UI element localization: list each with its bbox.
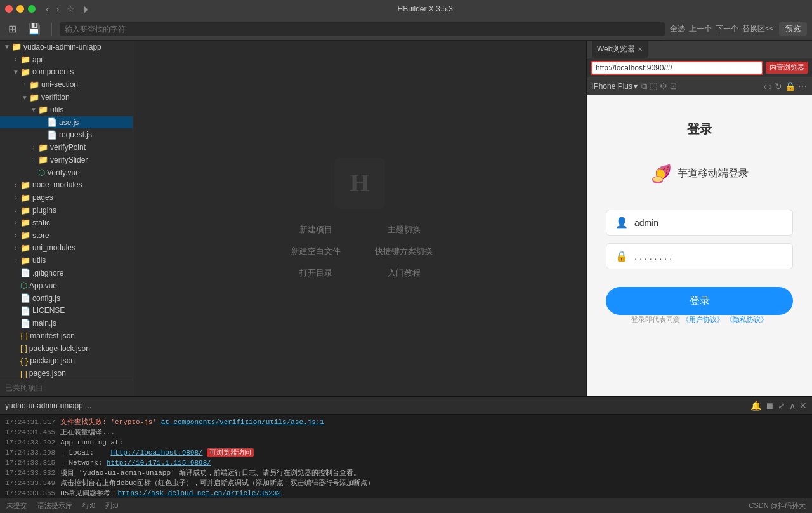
browser-tab-web[interactable]: Web浏览器 ✕	[592, 41, 648, 58]
save-icon[interactable]: 💾	[25, 22, 44, 36]
sidebar-item-utils-root[interactable]: › 📁 utils	[0, 254, 133, 267]
expand-icon[interactable]: ⊡	[670, 81, 677, 91]
folder-icon: 📁	[38, 155, 48, 164]
more-icon[interactable]: ⋯	[798, 81, 807, 91]
nav-back-button[interactable]: ‹	[43, 3, 51, 15]
login-button[interactable]: 登录	[606, 287, 793, 315]
quick-action-open-dir[interactable]: 打开目录	[287, 267, 344, 279]
project-root[interactable]: ▼ 📁 yudao-ui-admin-uniapp	[0, 41, 133, 53]
sidebar-item-manifest-json[interactable]: { } manifest.json	[0, 330, 133, 342]
phone-rotate-icon[interactable]: ⧉	[641, 81, 647, 91]
lock-icon[interactable]: 🔒	[785, 81, 796, 91]
run-button[interactable]: ⏵	[80, 3, 94, 15]
main-toolbar: ⊞ 💾 全选 上一个 下一个 替换区<< 预览	[0, 18, 812, 41]
browser-tab-close-icon[interactable]: ✕	[638, 46, 643, 53]
sidebar-item-uni-section[interactable]: › 📁 uni-section	[0, 78, 133, 91]
sidebar-item-verify-point[interactable]: › 📁 verifyPoint	[0, 141, 133, 154]
local-url-link[interactable]: http://localhost:9898/	[110, 449, 202, 456]
folder-icon: 📁	[29, 93, 39, 102]
stop-icon[interactable]: ⏹	[765, 401, 774, 411]
builtin-browser-button[interactable]: 内置浏览器	[766, 62, 808, 74]
closed-projects[interactable]: 已关闭项目	[0, 380, 133, 396]
search-input[interactable]	[60, 22, 665, 36]
expand-arrow: ›	[11, 244, 20, 251]
user-agreement-link[interactable]: 《用户协议》	[682, 316, 724, 323]
browser-nav-buttons: ‹ › ↻ 🔒 ⋯	[764, 81, 807, 91]
settings-icon[interactable]: ⚙	[660, 81, 667, 91]
sidebar-item-components[interactable]: ▼ 📁 components	[0, 66, 133, 79]
sidebar-item-gitignore[interactable]: 📄 .gitignore	[0, 267, 133, 279]
brand-emoji: 🍠	[650, 163, 672, 184]
reload-icon[interactable]: ↻	[775, 81, 782, 91]
username-input-row[interactable]: 👤 admin	[606, 210, 793, 236]
quick-actions: 新建项目 主题切换 新建空白文件 快捷键方案切换 打开目录 入门教程	[287, 224, 433, 279]
sidebar-item-plugins[interactable]: › 📁 plugins	[0, 204, 133, 217]
sidebar-item-node-modules[interactable]: › 📁 node_modules	[0, 179, 133, 192]
sidebar-item-license[interactable]: 📄 LICENSE	[0, 304, 133, 317]
sidebar-item-app-vue[interactable]: ⬡ App.vue	[0, 279, 133, 292]
sidebar-item-static[interactable]: › 📁 static	[0, 217, 133, 229]
password-input-row[interactable]: 🔒 ........	[606, 243, 793, 269]
bookmark-button[interactable]: ☆	[64, 3, 77, 15]
select-all-button[interactable]: 全选	[670, 23, 685, 34]
close-panel-icon[interactable]: ✕	[799, 401, 807, 411]
sidebar-item-store[interactable]: › 📁 store	[0, 229, 133, 242]
clean-console-icon[interactable]: 🔔	[750, 401, 761, 411]
console-link[interactable]: at components/verifition/utils/ase.js:1	[161, 418, 324, 426]
sidebar-item-verifition[interactable]: ▼ 📁 verifition	[0, 91, 133, 103]
collapse-up-icon[interactable]: ∧	[789, 401, 796, 411]
quick-action-new-project[interactable]: 新建项目	[287, 224, 344, 236]
toolbar-right: 全选 上一个 下一个 替换区<<	[670, 23, 774, 34]
expand-arrow: ›	[11, 232, 20, 239]
maximize-button[interactable]	[28, 5, 36, 13]
console-time: 17:24:31.465	[5, 427, 55, 437]
browser-device-bar: iPhone Plus ▾ ⧉ ⬚ ⚙ ⊡ ‹ › ↻ 🔒 ⋯	[587, 77, 812, 95]
device-selector[interactable]: iPhone Plus ▾	[592, 82, 638, 91]
tree-label: plugins	[32, 206, 56, 215]
privacy-policy-link[interactable]: 《隐私协议》	[726, 316, 768, 323]
folder-icon: 📁	[20, 55, 30, 64]
h5-faq-link[interactable]: https://ask.dcloud.net.cn/article/35232	[117, 490, 280, 497]
prev-button[interactable]: 上一个	[689, 23, 712, 34]
sidebar-item-ase-js[interactable]: 📄 ase.js	[0, 116, 133, 129]
nav-forward-button[interactable]: ›	[54, 3, 62, 15]
sidebar-item-api[interactable]: › 📁 api	[0, 53, 133, 66]
folder-icon: 📁	[38, 143, 48, 152]
quick-action-shortcut[interactable]: 快捷键方案切换	[375, 246, 433, 257]
console-time: 17:24:33.332	[5, 468, 55, 478]
sidebar-item-utils-nested[interactable]: ▼ 📁 utils	[0, 103, 133, 116]
sidebar-item-uni-modules[interactable]: › 📁 uni_modules	[0, 242, 133, 255]
fullscreen-icon[interactable]: ⤢	[778, 401, 785, 411]
folder-icon: 📁	[20, 180, 30, 190]
browser-toolbar: 内置浏览器	[587, 58, 812, 77]
login-form: 👤 admin 🔒 ........	[606, 210, 793, 269]
minimize-button[interactable]	[16, 5, 24, 13]
sidebar-item-verify-slider[interactable]: › 📁 verifySlider	[0, 154, 133, 166]
sidebar-item-pages-json[interactable]: [ ] pages.json	[0, 367, 133, 380]
console-msg-error: 文件查找失败: 'crypto-js' at components/verifi…	[60, 417, 324, 427]
nav-forward-browser-icon[interactable]: ›	[769, 81, 772, 91]
tree-label: utils	[50, 105, 63, 114]
quick-action-theme[interactable]: 主题切换	[375, 224, 433, 236]
sidebar-item-config-js[interactable]: 📄 config.js	[0, 292, 133, 305]
replace-button[interactable]: 替换区<<	[742, 23, 774, 34]
sidebar-item-pages[interactable]: › 📁 pages	[0, 191, 133, 204]
screenshot-icon[interactable]: ⬚	[650, 81, 657, 91]
close-button[interactable]	[5, 5, 13, 13]
sidebar-item-verify-vue[interactable]: ⬡ Verify.vue	[0, 166, 133, 179]
brand-text: 芋道移动端登录	[678, 167, 749, 180]
browser-tabs: Web浏览器 ✕	[587, 41, 812, 58]
quick-action-new-file[interactable]: 新建空白文件	[287, 246, 344, 257]
sidebar-item-package-json[interactable]: { } package.json	[0, 355, 133, 368]
file-icon[interactable]: ⊞	[5, 22, 20, 36]
sidebar-item-request-js[interactable]: 📄 request.js	[0, 128, 133, 141]
tree-label: .gitignore	[32, 269, 63, 277]
sidebar-item-package-lock-json[interactable]: [ ] package-lock.json	[0, 342, 133, 355]
network-url-link[interactable]: http://10.171.1.115:9898/	[107, 459, 211, 467]
next-button[interactable]: 下一个	[716, 23, 738, 34]
url-bar[interactable]	[591, 61, 763, 75]
sidebar-item-main-js[interactable]: 📄 main.js	[0, 317, 133, 330]
preview-button[interactable]: 预览	[779, 22, 807, 36]
nav-back-browser-icon[interactable]: ‹	[764, 81, 767, 91]
quick-action-tutorial[interactable]: 入门教程	[375, 267, 433, 279]
